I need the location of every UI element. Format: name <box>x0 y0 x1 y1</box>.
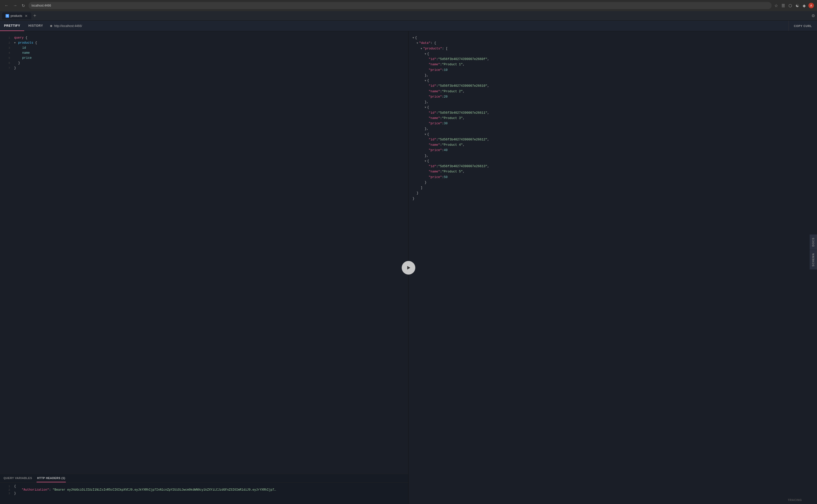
line-5: 5 price <box>4 55 404 61</box>
svg-marker-0 <box>407 266 410 270</box>
product-3-price: "price": 30 <box>413 121 813 126</box>
collapse-root[interactable]: ▼ <box>413 36 414 40</box>
headers-brace-close: } <box>14 492 16 495</box>
product-2-close: }, <box>413 100 813 105</box>
product-2-open: ▼ { <box>413 78 813 83</box>
ext1-icon[interactable]: ⬡ <box>788 3 793 9</box>
product-4-close: }, <box>413 153 813 159</box>
right-panel: ▼ { ▼ "data": { ▼ "products": [ ▼ { "id"… <box>409 31 817 504</box>
product-4-open: ▼ { <box>413 132 813 137</box>
collapse-p1[interactable]: ▼ <box>425 52 426 56</box>
back-button[interactable]: ← <box>3 2 10 9</box>
reader-icon[interactable]: ☰ <box>781 3 786 9</box>
data-close: } <box>413 191 813 196</box>
reload-button[interactable]: ↻ <box>20 2 26 9</box>
query-editor[interactable]: 1 query { 2 ▼ products { 3 id 4 name <box>0 31 408 474</box>
headers-line-num-1: 1 <box>4 485 10 488</box>
product-5-price: "price": 50 <box>413 175 813 180</box>
headers-line-1: 1 { <box>4 485 404 488</box>
line-num-6: 6 <box>4 61 10 66</box>
field-price: price <box>14 55 32 61</box>
brace-close-1: } <box>14 61 20 66</box>
collapse-p2[interactable]: ▼ <box>425 79 426 83</box>
brace-close-2: } <box>14 66 16 71</box>
settings-gear-icon[interactable]: ⚙ <box>811 13 815 18</box>
product-2-id: "id": "5d56f3b40274390007e26610", <box>413 83 813 89</box>
tab-label: products <box>11 14 22 18</box>
copy-curl-button[interactable]: COPY CURL <box>789 21 817 31</box>
line-num-3: 3 <box>4 46 10 50</box>
line-num-7: 7 <box>4 66 10 71</box>
side-tabs: DOCS SCHEMA <box>810 234 817 270</box>
product-1-name: "name": "Product 1", <box>413 62 813 67</box>
product-3-close: }, <box>413 126 813 132</box>
field-name: name <box>14 50 30 55</box>
tab-close-button[interactable]: ✕ <box>25 14 28 18</box>
collapse-p3[interactable]: ▼ <box>425 105 426 110</box>
auth-key: "Authorization" <box>14 488 49 492</box>
product-4-id: "id": "5d56f3b40274390007e26612", <box>413 137 813 142</box>
collapse-p5[interactable]: ▼ <box>425 159 426 163</box>
products-keyword: products <box>16 40 33 45</box>
ext3-icon[interactable]: ◆ <box>802 3 806 9</box>
collapse-p4[interactable]: ▼ <box>425 132 426 137</box>
headers-line-2: 2 "Authorization" : "Bearer eyJhbGciOiJI… <box>4 488 404 492</box>
nav-buttons: ← → ↻ <box>3 2 26 9</box>
line-num-2: 2 <box>4 41 10 45</box>
collapse-data[interactable]: ▼ <box>417 41 418 45</box>
forward-button[interactable]: → <box>12 2 19 9</box>
docs-tab[interactable]: DOCS <box>810 234 817 250</box>
headers-line-num-2: 2 <box>4 488 10 491</box>
brace-open-1: { <box>24 35 27 40</box>
ext2-icon[interactable]: ☯ <box>795 3 800 9</box>
collapse-products[interactable]: ▼ <box>421 47 422 51</box>
url-text: http://localhost:4466/ <box>54 24 82 28</box>
tab-favicon: G <box>6 14 9 18</box>
schema-tab[interactable]: SCHEMA <box>810 250 817 270</box>
product-3-name: "name": "Product 3", <box>413 116 813 121</box>
left-panel: 1 query { 2 ▼ products { 3 id 4 name <box>0 31 409 504</box>
profile-icon[interactable]: A <box>808 3 814 8</box>
line-4: 4 name <box>4 50 404 55</box>
url-bar-wrapper <box>28 2 772 9</box>
line-6: 6 } <box>4 61 404 66</box>
browser-chrome: ← → ↻ ☆ ☰ ⬡ ☯ ◆ A <box>0 0 817 11</box>
product-5-name: "name": "Product 5", <box>413 169 813 174</box>
product-2-price: "price": 20 <box>413 94 813 100</box>
run-query-button[interactable] <box>402 261 415 275</box>
product-5-id: "id": "5d56f3b40274390007e26613", <box>413 164 813 169</box>
history-button[interactable]: HISTORY <box>24 21 47 31</box>
tracing-label[interactable]: TRACING <box>788 498 802 501</box>
star-icon[interactable]: ☆ <box>774 3 779 9</box>
query-variables-tab[interactable]: QUERY VARIABLES <box>3 474 33 482</box>
product-4-price: "price": 40 <box>413 148 813 153</box>
http-headers-tab[interactable]: HTTP HEADERS (1) <box>37 474 66 482</box>
prettify-button[interactable]: PRETTIFY <box>0 21 24 31</box>
query-keyword: query <box>14 35 24 40</box>
product-4-name: "name": "Product 4", <box>413 142 813 148</box>
url-status-dot <box>50 25 52 27</box>
product-1-price: "price": 10 <box>413 68 813 73</box>
products-key-line: ▼ "products": [ <box>413 46 813 51</box>
bottom-panel: QUERY VARIABLES HTTP HEADERS (1) 1 { 2 "… <box>0 474 408 504</box>
headers-line-num-3: 3 <box>4 492 10 495</box>
url-input[interactable] <box>32 4 769 7</box>
root-open: ▼ { <box>413 35 813 41</box>
products-array-close: ] <box>413 185 813 191</box>
new-tab-button[interactable]: + <box>31 13 38 19</box>
auth-value: "Bearer eyJhbGciOiJIUzI1NiIsInR5cCI6IkpX… <box>53 488 276 492</box>
line-num-1: 1 <box>4 36 10 40</box>
product-2-name: "name": "Product 2", <box>413 89 813 94</box>
line-7: 7 } <box>4 66 404 71</box>
toolbar: PRETTIFY HISTORY http://localhost:4466/ … <box>0 21 817 31</box>
product-5-open: ▼ { <box>413 159 813 164</box>
response-content[interactable]: ▼ { ▼ "data": { ▼ "products": [ ▼ { "id"… <box>409 31 817 504</box>
http-headers-content[interactable]: 1 { 2 "Authorization" : "Bearer eyJhbGci… <box>0 483 408 504</box>
products-tab[interactable]: G products ✕ <box>2 12 31 19</box>
product-1-open: ▼ { <box>413 51 813 57</box>
browser-actions: ☆ ☰ ⬡ ☯ ◆ A <box>774 3 814 9</box>
colon: : <box>49 488 52 492</box>
root-close: } <box>413 196 813 201</box>
brace-open-2: { <box>33 40 37 45</box>
bottom-tabs: QUERY VARIABLES HTTP HEADERS (1) <box>0 474 408 483</box>
